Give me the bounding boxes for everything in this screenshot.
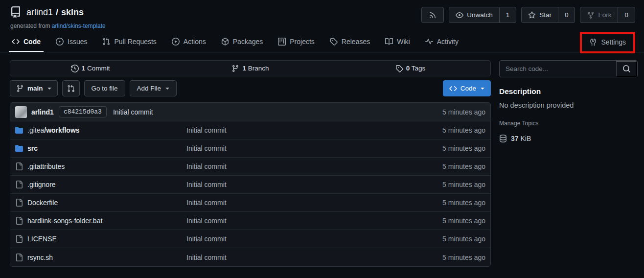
forks-count[interactable]: 0: [618, 7, 635, 23]
commit-time: 5 minutes ago: [442, 108, 485, 116]
watchers-count[interactable]: 1: [499, 7, 516, 23]
file-row: .gitea/workflowsInitial commit5 minutes …: [10, 121, 490, 139]
file-commit-message[interactable]: Initial commit: [186, 181, 402, 188]
file-icon: [15, 162, 23, 170]
template-repo-link[interactable]: arlind/skins-template: [52, 23, 106, 29]
branch-icon: [16, 85, 24, 93]
file-commit-message[interactable]: Initial commit: [186, 254, 402, 261]
repo-nav: CodeIssuesPull RequestsActionsPackagesPr…: [0, 29, 644, 52]
tab-settings[interactable]: Settings: [588, 34, 627, 51]
commit-sha-badge[interactable]: c84215d0a3: [59, 106, 107, 117]
branch-selector[interactable]: main: [10, 80, 58, 96]
branch-icon: [231, 65, 239, 72]
tag-icon: [330, 38, 338, 46]
repo-toolbar: main Go to file Add File Code: [10, 80, 491, 96]
file-row: .gitattributesInitial commit5 minutes ag…: [10, 158, 490, 176]
compare-button[interactable]: [62, 80, 80, 96]
chevron-down-icon: [165, 88, 169, 90]
file-commit-time: 5 minutes ago: [402, 254, 485, 261]
branches-stat[interactable]: 1 Branch: [170, 65, 330, 72]
file-name-link[interactable]: src: [27, 144, 38, 152]
stars-count[interactable]: 0: [558, 7, 575, 23]
chevron-down-icon: [481, 88, 484, 90]
repo-size: 37 KiB: [499, 135, 638, 142]
file-commit-time: 5 minutes ago: [402, 162, 485, 170]
file-commit-message[interactable]: Initial commit: [186, 235, 402, 243]
file-table: arlind1 c84215d0a3 Initial commit 5 minu…: [10, 102, 491, 267]
tab-label: Code: [23, 38, 41, 46]
tab-label: Projects: [290, 38, 315, 46]
file-row: .gitignoreInitial commit5 minutes ago: [10, 176, 490, 194]
file-name-link[interactable]: LICENSE: [27, 235, 57, 243]
pulse-icon: [425, 38, 433, 46]
go-to-file-button[interactable]: Go to file: [84, 80, 125, 96]
tab-actions[interactable]: Actions: [171, 35, 207, 52]
repo-title: arlind1 / skins: [26, 7, 84, 18]
file-icon: [15, 235, 23, 243]
file-name-link[interactable]: hardlink-songs-folder.bat: [27, 217, 102, 225]
tab-packages[interactable]: Packages: [220, 35, 264, 52]
repo-owner-link[interactable]: arlind1: [26, 7, 53, 18]
tab-code[interactable]: Code: [11, 35, 42, 52]
file-row: DockerfileInitial commit5 minutes ago: [10, 194, 490, 212]
tab-label: Wiki: [397, 38, 410, 46]
star-button-group: Star 0: [521, 7, 575, 23]
database-icon: [499, 135, 507, 142]
search-code-input[interactable]: [500, 61, 616, 77]
commits-stat[interactable]: 1 Commit: [10, 65, 170, 72]
code-icon: [12, 38, 20, 46]
file-name-link[interactable]: rsync.sh: [27, 254, 53, 261]
file-name-link[interactable]: .gitea/workflows: [27, 126, 80, 134]
tab-label: Actions: [184, 38, 206, 46]
avatar[interactable]: [15, 106, 27, 118]
repo-name-link[interactable]: skins: [61, 7, 84, 18]
file-row: srcInitial commit5 minutes ago: [10, 139, 490, 158]
tab-activity[interactable]: Activity: [424, 35, 460, 52]
add-file-button[interactable]: Add File: [130, 80, 177, 96]
commit-message-link[interactable]: Initial commit: [113, 108, 153, 116]
fork-icon: [587, 11, 595, 19]
tab-pull-requests[interactable]: Pull Requests: [101, 35, 157, 52]
project-icon: [278, 38, 286, 46]
unwatch-button[interactable]: Unwatch: [449, 7, 499, 23]
annotation-highlight-box: Settings: [580, 32, 635, 53]
tab-releases[interactable]: Releases: [329, 35, 371, 52]
eye-icon: [456, 11, 463, 19]
package-icon: [221, 38, 229, 46]
book-icon: [385, 38, 393, 46]
code-download-button[interactable]: Code: [443, 80, 491, 96]
file-commit-time: 5 minutes ago: [402, 217, 485, 225]
file-commit-message[interactable]: Initial commit: [186, 162, 402, 170]
file-commit-message[interactable]: Initial commit: [186, 217, 402, 225]
file-icon: [15, 199, 23, 207]
fork-button[interactable]: Fork: [580, 7, 618, 23]
repo-title-separator: /: [56, 7, 58, 18]
file-icon: [15, 217, 23, 225]
folder-icon: [15, 126, 23, 134]
file-name-link[interactable]: .gitignore: [27, 181, 56, 188]
compare-icon: [67, 85, 75, 93]
tab-wiki[interactable]: Wiki: [384, 35, 411, 52]
settings-tools-icon: [589, 38, 597, 46]
manage-topics-link[interactable]: Manage Topics: [499, 120, 638, 127]
file-name-link[interactable]: Dockerfile: [27, 199, 58, 207]
file-commit-time: 5 minutes ago: [402, 199, 485, 207]
file-commit-message[interactable]: Initial commit: [186, 199, 402, 207]
rss-button[interactable]: [421, 7, 444, 23]
file-commit-message[interactable]: Initial commit: [186, 126, 402, 134]
tag-icon: [395, 65, 403, 72]
tags-stat[interactable]: 0 Tags: [330, 65, 490, 72]
file-name-link[interactable]: .gitattributes: [27, 162, 65, 170]
fork-button-group: Fork 0: [580, 7, 635, 23]
commit-author-link[interactable]: arlind1: [31, 108, 54, 116]
search-submit-button[interactable]: [616, 61, 637, 77]
play-icon: [172, 38, 180, 46]
star-button[interactable]: Star: [522, 7, 558, 23]
search-icon: [622, 65, 631, 73]
file-commit-message[interactable]: Initial commit: [186, 144, 402, 152]
tab-projects[interactable]: Projects: [277, 35, 316, 52]
rss-icon: [429, 11, 437, 19]
code-search-box: [499, 60, 638, 77]
file-row: rsync.shInitial commit5 minutes ago: [10, 248, 490, 266]
tab-issues[interactable]: Issues: [55, 35, 88, 52]
